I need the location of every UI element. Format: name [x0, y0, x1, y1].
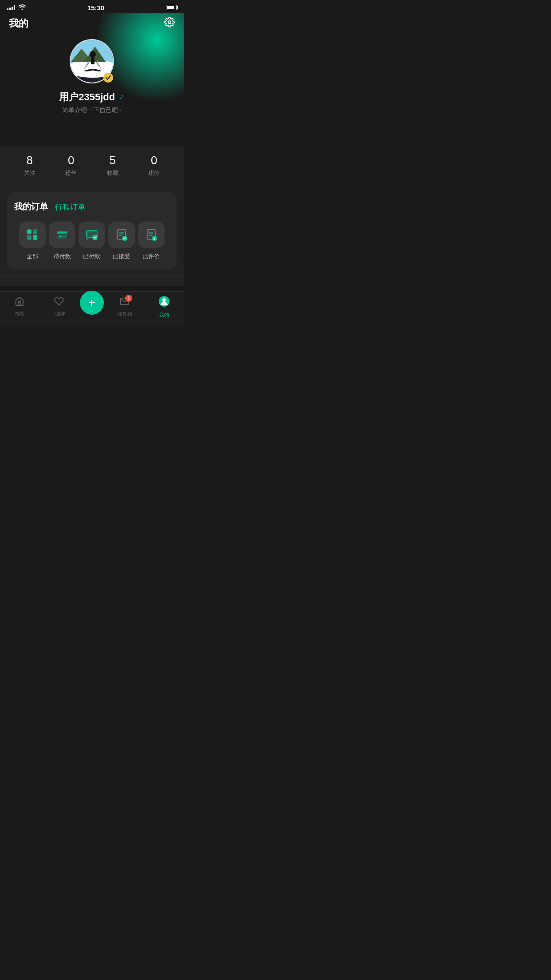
accepted-icon-bg — [108, 221, 135, 248]
tab-add[interactable]: + — [79, 300, 105, 315]
svg-rect-14 — [33, 229, 37, 234]
following-count: 8 — [27, 154, 33, 167]
svg-rect-16 — [33, 235, 37, 240]
reviewed-icon-bg: ¥ — [138, 221, 165, 248]
fans-label: 粉丝 — [65, 169, 77, 177]
points-label: 积分 — [148, 169, 160, 177]
fans-count: 0 — [68, 154, 74, 167]
all-orders-icon-bg — [19, 221, 46, 248]
avatar-container[interactable] — [70, 39, 114, 83]
gender-icon: ♂ — [118, 93, 125, 102]
page-header: 我的 — [0, 13, 184, 30]
bottom-card: 8 关注 0 粉丝 5 收藏 0 积分 我的订单 行程订单 — [0, 146, 184, 286]
stat-following[interactable]: 8 关注 — [24, 154, 35, 177]
order-item-reviewed[interactable]: ¥ 已评价 — [138, 221, 165, 261]
stat-fans[interactable]: 0 粉丝 — [65, 154, 77, 177]
order-item-pending[interactable]: 待付款 — [49, 221, 75, 261]
settings-icon[interactable] — [164, 17, 175, 30]
orders-subtitle[interactable]: 行程订单 — [55, 202, 85, 212]
username: 用户2355jdd — [59, 91, 115, 104]
points-count: 0 — [151, 154, 157, 167]
tab-inbox-label: 收件箱 — [118, 311, 132, 317]
stats-section: 8 关注 0 粉丝 5 收藏 0 积分 — [0, 146, 184, 188]
orders-icons: 全部 待付款 — [14, 221, 169, 261]
svg-rect-13 — [27, 229, 31, 234]
order-item-paid[interactable]: 已付款 — [79, 221, 105, 261]
pending-label: 待付款 — [54, 253, 71, 261]
svg-point-36 — [165, 300, 165, 300]
stat-favorites[interactable]: 5 收藏 — [107, 154, 118, 177]
tab-inbox[interactable]: 1 收件箱 — [105, 296, 145, 317]
tab-bar: 首页 心愿单 + 1 收件箱 — [0, 291, 184, 327]
pending-icon-bg — [49, 221, 75, 248]
verify-badge — [103, 73, 113, 83]
tab-wishlist[interactable]: 心愿单 — [39, 296, 79, 317]
username-row: 用户2355jdd ♂ — [59, 91, 124, 104]
svg-text:¥: ¥ — [153, 237, 155, 241]
following-label: 关注 — [24, 169, 35, 177]
inbox-badge: 1 — [125, 295, 132, 302]
svg-point-35 — [162, 300, 163, 300]
top-section: 我的 — [0, 13, 184, 155]
stat-points[interactable]: 0 积分 — [148, 154, 160, 177]
orders-section: 我的订单 行程订单 全部 — [7, 192, 177, 269]
heart-icon — [54, 296, 64, 309]
plus-icon: + — [88, 296, 95, 309]
favorites-label: 收藏 — [107, 169, 118, 177]
battery-icon — [166, 5, 177, 10]
signal-icon — [7, 5, 15, 10]
tab-me[interactable]: 我的 — [145, 296, 184, 318]
status-time: 15:30 — [87, 4, 104, 12]
bottom-divider — [0, 277, 184, 277]
wifi-icon — [19, 4, 26, 11]
paid-icon-bg — [79, 221, 105, 248]
svg-rect-20 — [63, 236, 66, 237]
order-item-accepted[interactable]: 已接受 — [108, 221, 135, 261]
main-content: 我的 — [0, 13, 184, 291]
tab-home-label: 首页 — [15, 311, 24, 317]
svg-point-5 — [90, 51, 96, 57]
paid-label: 已付款 — [83, 253, 100, 261]
profile-section: 用户2355jdd ♂ 简单介绍一下自己吧~ — [0, 30, 184, 128]
status-left — [7, 4, 26, 11]
svg-rect-19 — [59, 236, 62, 237]
tab-wishlist-label: 心愿单 — [51, 311, 66, 317]
svg-rect-15 — [27, 235, 31, 240]
order-item-all[interactable]: 全部 — [19, 221, 46, 261]
add-button[interactable]: + — [80, 291, 104, 315]
home-icon — [15, 296, 24, 309]
svg-rect-6 — [91, 57, 94, 64]
status-bar: 15:30 — [0, 0, 184, 13]
accepted-label: 已接受 — [113, 253, 130, 261]
reviewed-label: 已评价 — [142, 253, 160, 261]
tab-home[interactable]: 首页 — [0, 296, 39, 317]
orders-header: 我的订单 行程订单 — [14, 201, 169, 213]
favorites-count: 5 — [110, 154, 116, 167]
tab-me-label: 我的 — [159, 312, 169, 318]
user-bio: 简单介绍一下自己吧~ — [62, 107, 122, 115]
all-orders-label: 全部 — [27, 253, 38, 261]
page-title: 我的 — [9, 17, 28, 30]
me-icon — [158, 296, 170, 310]
orders-title: 我的订单 — [14, 201, 48, 213]
inbox-container: 1 — [120, 296, 130, 309]
svg-point-0 — [168, 21, 171, 24]
